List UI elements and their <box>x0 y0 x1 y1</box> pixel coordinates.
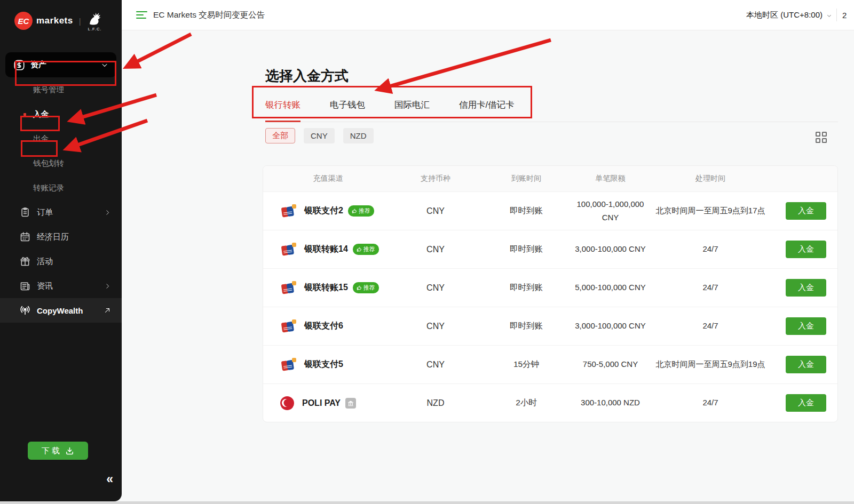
deposit-button[interactable]: 入金 <box>786 279 826 297</box>
currency-cell: NZD <box>393 398 478 408</box>
filter-all[interactable]: 全部 <box>265 128 295 143</box>
filter-cny[interactable]: CNY <box>304 128 335 143</box>
tab-international-wire[interactable]: 国际电汇 <box>394 91 430 122</box>
sidebar-item-label: 经济日历 <box>37 232 69 242</box>
broadcast-icon <box>19 305 31 316</box>
unionpay-logo <box>279 279 297 297</box>
table-header: 充值渠道 支持币种 到账时间 单笔限额 处理时间 <box>263 166 837 191</box>
processing-cell: 24/7 <box>646 281 774 294</box>
processing-cell: 24/7 <box>646 396 774 410</box>
sidebar-item-assets[interactable]: 资产 <box>5 52 116 77</box>
sidebar-item-orders[interactable]: 订单 <box>0 200 122 225</box>
processing-cell: 北京时间周一至周五9点到17点 <box>646 204 774 218</box>
limit-cell: 100,000-1,000,000 CNY <box>574 198 646 225</box>
col-header: 处理时间 <box>646 174 774 183</box>
topbar: EC Markets 交易时间变更公告 本地时区 (UTC+8:00) 2 <box>122 0 854 30</box>
deposit-button[interactable]: 入金 <box>786 356 826 373</box>
tab-credit-debit-card[interactable]: 信用卡/借记卡 <box>459 91 515 122</box>
filter-nzd[interactable]: NZD <box>343 128 374 143</box>
channel-name: 银联支付2 <box>304 205 343 217</box>
table-row: 银联转账15 推荐 CNY 即时到账 5,000-100,000 CNY 24/… <box>263 268 837 307</box>
col-header: 单笔限额 <box>574 174 646 183</box>
deposit-button[interactable]: 入金 <box>786 202 826 220</box>
brand-logo: EC markets | L.F.C. <box>0 0 122 33</box>
announcement-link[interactable]: EC Markets 交易时间变更公告 <box>153 10 265 21</box>
ec-logo-word: markets <box>36 15 73 26</box>
sidebar-item-transfer-records[interactable]: 转账记录 <box>0 175 122 200</box>
arrival-cell: 即时到账 <box>478 282 574 293</box>
tab-ewallet[interactable]: 电子钱包 <box>330 91 365 122</box>
deposit-button[interactable]: 入金 <box>786 394 826 412</box>
currency-cell: CNY <box>393 245 478 254</box>
unionpay-logo <box>279 203 297 220</box>
sidebar-item-withdraw[interactable]: 出金 <box>0 126 122 151</box>
ec-logo-mark: EC <box>14 12 33 30</box>
arrival-cell: 即时到账 <box>478 321 574 332</box>
limit-cell: 300-10,000 NZD <box>574 396 646 410</box>
gift-icon <box>19 256 31 267</box>
table-row: 银联支付2 推荐 CNY 即时到账 100,000-1,000,000 CNY … <box>263 191 837 230</box>
table-row: 银联支付6 CNY 即时到账 3,000-100,000 CNY 24/7 入金 <box>263 307 837 345</box>
channel-name: 银联转账14 <box>304 244 348 255</box>
sidebar-nav: 资产 账号管理 入金 出金 钱包划转 转账记录 订单 <box>0 52 122 323</box>
caret-down-icon <box>826 13 832 19</box>
sidebar-item-deposit[interactable]: 入金 <box>0 102 122 126</box>
page: EC markets | L.F.C. 资产 账号管理 <box>0 0 854 504</box>
currency-cell: CNY <box>393 206 478 216</box>
unionpay-logo <box>279 318 297 335</box>
calendar-icon <box>19 231 31 242</box>
chevron-right-icon <box>104 209 111 216</box>
recommend-badge: 推荐 <box>348 205 374 217</box>
clock-text: 2 <box>842 11 849 20</box>
currency-cell: CNY <box>393 283 478 293</box>
recommend-badge: 推荐 <box>353 282 379 293</box>
sidebar-item-account-management[interactable]: 账号管理 <box>0 77 122 102</box>
channel-name: POLI PAY <box>302 398 341 408</box>
arrival-cell: 2小时 <box>478 397 574 409</box>
arrival-cell: 即时到账 <box>478 244 574 255</box>
currency-filters: 全部 CNY NZD <box>265 128 374 143</box>
limit-cell: 5,000-100,000 CNY <box>574 281 646 294</box>
logo-divider: | <box>79 17 81 26</box>
announcement-icon <box>136 11 147 19</box>
sidebar: EC markets | L.F.C. 资产 账号管理 <box>0 0 122 501</box>
poli-pay-logo <box>279 395 295 411</box>
sidebar-item-news[interactable]: 资讯 <box>0 274 122 298</box>
sidebar-item-wallet-transfer[interactable]: 钱包划转 <box>0 151 122 175</box>
sidebar-item-economic-calendar[interactable]: 经济日历 <box>0 225 122 249</box>
page-title: 选择入金方式 <box>265 67 349 85</box>
bank-badge-icon <box>345 398 356 409</box>
col-header: 充值渠道 <box>263 174 393 183</box>
clipboard-icon <box>19 207 31 218</box>
topbar-right: 本地时区 (UTC+8:00) 2 <box>746 9 849 21</box>
sidebar-item-label: 资产 <box>30 60 46 70</box>
timezone-selector[interactable]: 本地时区 (UTC+8:00) <box>746 10 823 20</box>
col-header: 到账时间 <box>478 174 574 183</box>
newspaper-icon <box>19 281 31 291</box>
processing-cell: 北京时间周一至周五9点到19点 <box>646 358 774 371</box>
grid-view-icon[interactable] <box>816 132 827 143</box>
arrival-cell: 15分钟 <box>478 359 574 370</box>
table-row: 银联转账14 推荐 CNY 即时到账 3,000-100,000 CNY 24/… <box>263 230 837 268</box>
sidebar-item-copywealth[interactable]: CopyWealth <box>0 298 122 323</box>
limit-cell: 3,000-100,000 CNY <box>574 319 646 333</box>
arrival-cell: 即时到账 <box>478 205 574 217</box>
bottom-edge-strip <box>0 501 854 504</box>
deposit-button[interactable]: 入金 <box>786 241 826 258</box>
dollar-square-icon <box>13 59 25 71</box>
download-button[interactable]: 下载 <box>28 442 88 460</box>
main-content: 选择入金方式 银行转账 电子钱包 国际电汇 信用卡/借记卡 全部 CNY NZD… <box>122 30 854 501</box>
currency-cell: CNY <box>393 360 478 370</box>
collapse-sidebar-button[interactable]: « <box>106 473 113 485</box>
deposit-method-tabs: 银行转账 电子钱包 国际电汇 信用卡/借记卡 <box>265 91 838 122</box>
tab-bank-transfer[interactable]: 银行转账 <box>265 91 301 122</box>
processing-cell: 24/7 <box>646 319 774 333</box>
sidebar-item-label: 活动 <box>37 257 53 267</box>
liver-bird-icon <box>87 10 103 26</box>
sidebar-item-label: 订单 <box>37 207 53 218</box>
sidebar-item-activities[interactable]: 活动 <box>0 249 122 274</box>
chevron-right-icon <box>104 283 111 290</box>
table-row: POLI PAY NZD 2小时 300-10,000 NZD 24/7 入金 <box>263 383 837 422</box>
lfc-abbr: L.F.C. <box>88 27 102 31</box>
deposit-button[interactable]: 入金 <box>786 317 826 335</box>
